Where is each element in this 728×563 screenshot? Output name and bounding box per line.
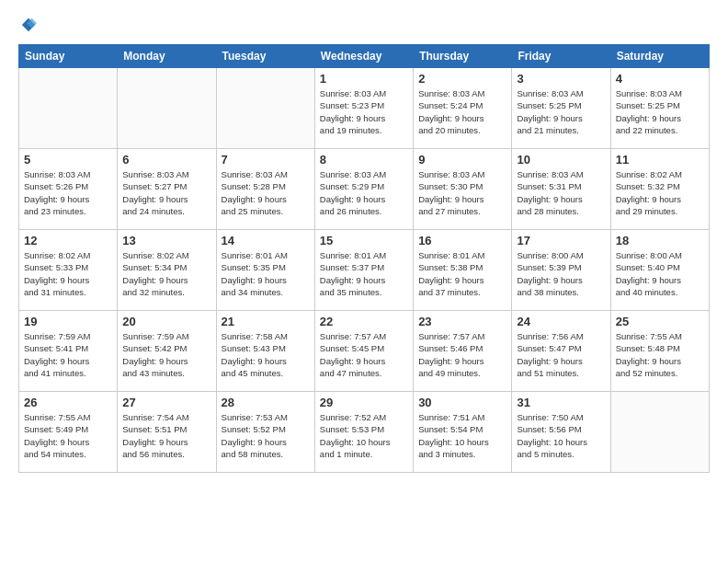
calendar-week-row: 19Sunrise: 7:59 AM Sunset: 5:41 PM Dayli… — [19, 311, 710, 392]
calendar-day-cell: 16Sunrise: 8:01 AM Sunset: 5:38 PM Dayli… — [414, 230, 512, 311]
day-info: Sunrise: 8:03 AM Sunset: 5:28 PM Dayligh… — [222, 168, 310, 217]
calendar-day-cell: 31Sunrise: 7:50 AM Sunset: 5:56 PM Dayli… — [512, 392, 610, 473]
day-of-week-header: Saturday — [610, 45, 709, 68]
day-info: Sunrise: 7:51 AM Sunset: 5:54 PM Dayligh… — [418, 411, 506, 460]
calendar-header-row: SundayMondayTuesdayWednesdayThursdayFrid… — [19, 45, 710, 68]
calendar-day-cell: 11Sunrise: 8:02 AM Sunset: 5:32 PM Dayli… — [610, 149, 709, 230]
day-number: 18 — [616, 234, 704, 247]
day-number: 29 — [320, 396, 408, 409]
day-of-week-header: Friday — [512, 45, 610, 68]
day-info: Sunrise: 8:01 AM Sunset: 5:37 PM Dayligh… — [320, 249, 408, 298]
day-number: 5 — [24, 153, 112, 167]
day-number: 26 — [24, 396, 112, 409]
calendar-day-cell: 27Sunrise: 7:54 AM Sunset: 5:51 PM Dayli… — [118, 392, 216, 473]
day-info: Sunrise: 8:01 AM Sunset: 5:38 PM Dayligh… — [418, 249, 506, 298]
day-number: 12 — [24, 234, 112, 247]
calendar-table: SundayMondayTuesdayWednesdayThursdayFrid… — [18, 44, 710, 473]
day-number: 14 — [222, 234, 310, 247]
calendar-day-cell: 22Sunrise: 7:57 AM Sunset: 5:45 PM Dayli… — [314, 311, 413, 392]
day-info: Sunrise: 7:57 AM Sunset: 5:45 PM Dayligh… — [320, 330, 408, 379]
day-number: 25 — [616, 315, 704, 328]
day-number: 23 — [418, 315, 506, 328]
calendar-day-cell: 5Sunrise: 8:03 AM Sunset: 5:26 PM Daylig… — [19, 149, 118, 230]
calendar-day-cell: 25Sunrise: 7:55 AM Sunset: 5:48 PM Dayli… — [610, 311, 709, 392]
day-number: 4 — [616, 72, 704, 86]
calendar-day-cell: 15Sunrise: 8:01 AM Sunset: 5:37 PM Dayli… — [314, 230, 413, 311]
calendar-week-row: 1Sunrise: 8:03 AM Sunset: 5:23 PM Daylig… — [19, 68, 710, 149]
calendar-day-cell: 6Sunrise: 8:03 AM Sunset: 5:27 PM Daylig… — [118, 149, 216, 230]
day-info: Sunrise: 8:03 AM Sunset: 5:25 PM Dayligh… — [616, 87, 704, 136]
day-info: Sunrise: 8:03 AM Sunset: 5:26 PM Dayligh… — [24, 168, 112, 217]
calendar-day-cell — [216, 68, 314, 149]
day-info: Sunrise: 8:00 AM Sunset: 5:40 PM Dayligh… — [616, 249, 704, 298]
day-info: Sunrise: 7:57 AM Sunset: 5:46 PM Dayligh… — [418, 330, 506, 379]
day-number: 6 — [122, 153, 210, 167]
calendar-week-row: 12Sunrise: 8:02 AM Sunset: 5:33 PM Dayli… — [19, 230, 710, 311]
day-info: Sunrise: 7:59 AM Sunset: 5:42 PM Dayligh… — [122, 330, 210, 379]
day-number: 7 — [222, 153, 310, 167]
day-info: Sunrise: 7:56 AM Sunset: 5:47 PM Dayligh… — [517, 330, 605, 379]
calendar-day-cell: 20Sunrise: 7:59 AM Sunset: 5:42 PM Dayli… — [118, 311, 216, 392]
day-info: Sunrise: 8:01 AM Sunset: 5:35 PM Dayligh… — [222, 249, 310, 298]
day-number: 22 — [320, 315, 408, 328]
calendar-day-cell: 21Sunrise: 7:58 AM Sunset: 5:43 PM Dayli… — [216, 311, 314, 392]
calendar-day-cell: 13Sunrise: 8:02 AM Sunset: 5:34 PM Dayli… — [118, 230, 216, 311]
day-number: 3 — [517, 72, 605, 86]
day-info: Sunrise: 8:02 AM Sunset: 5:33 PM Dayligh… — [24, 249, 112, 298]
day-number: 16 — [418, 234, 506, 247]
calendar-day-cell — [118, 68, 216, 149]
day-number: 17 — [517, 234, 605, 247]
day-of-week-header: Monday — [118, 45, 216, 68]
day-number: 10 — [517, 153, 605, 167]
day-info: Sunrise: 7:53 AM Sunset: 5:52 PM Dayligh… — [222, 411, 310, 460]
day-info: Sunrise: 7:55 AM Sunset: 5:48 PM Dayligh… — [616, 330, 704, 379]
day-number: 8 — [320, 153, 408, 167]
day-info: Sunrise: 8:03 AM Sunset: 5:31 PM Dayligh… — [517, 168, 605, 217]
day-info: Sunrise: 7:54 AM Sunset: 5:51 PM Dayligh… — [122, 411, 210, 460]
day-info: Sunrise: 8:00 AM Sunset: 5:39 PM Dayligh… — [517, 249, 605, 298]
day-number: 21 — [222, 315, 310, 328]
calendar-day-cell: 10Sunrise: 8:03 AM Sunset: 5:31 PM Dayli… — [512, 149, 610, 230]
page: SundayMondayTuesdayWednesdayThursdayFrid… — [0, 0, 728, 489]
day-info: Sunrise: 7:55 AM Sunset: 5:49 PM Dayligh… — [24, 411, 112, 460]
day-info: Sunrise: 7:59 AM Sunset: 5:41 PM Dayligh… — [24, 330, 112, 379]
calendar-day-cell — [610, 392, 709, 473]
day-number: 31 — [517, 396, 605, 409]
day-info: Sunrise: 8:03 AM Sunset: 5:27 PM Dayligh… — [122, 168, 210, 217]
calendar-day-cell: 19Sunrise: 7:59 AM Sunset: 5:41 PM Dayli… — [19, 311, 118, 392]
calendar-day-cell: 28Sunrise: 7:53 AM Sunset: 5:52 PM Dayli… — [216, 392, 314, 473]
calendar-day-cell: 29Sunrise: 7:52 AM Sunset: 5:53 PM Dayli… — [314, 392, 413, 473]
calendar-day-cell: 4Sunrise: 8:03 AM Sunset: 5:25 PM Daylig… — [610, 68, 709, 149]
day-info: Sunrise: 8:03 AM Sunset: 5:23 PM Dayligh… — [320, 87, 408, 136]
calendar-day-cell: 23Sunrise: 7:57 AM Sunset: 5:46 PM Dayli… — [414, 311, 512, 392]
day-of-week-header: Sunday — [19, 45, 118, 68]
calendar-day-cell: 7Sunrise: 8:03 AM Sunset: 5:28 PM Daylig… — [216, 149, 314, 230]
calendar-day-cell: 26Sunrise: 7:55 AM Sunset: 5:49 PM Dayli… — [19, 392, 118, 473]
calendar-day-cell: 12Sunrise: 8:02 AM Sunset: 5:33 PM Dayli… — [19, 230, 118, 311]
day-number: 1 — [320, 72, 408, 86]
day-of-week-header: Thursday — [414, 45, 512, 68]
calendar-day-cell: 24Sunrise: 7:56 AM Sunset: 5:47 PM Dayli… — [512, 311, 610, 392]
day-number: 19 — [24, 315, 112, 328]
day-number: 20 — [122, 315, 210, 328]
calendar-day-cell: 9Sunrise: 8:03 AM Sunset: 5:30 PM Daylig… — [414, 149, 512, 230]
calendar-day-cell: 18Sunrise: 8:00 AM Sunset: 5:40 PM Dayli… — [610, 230, 709, 311]
day-number: 13 — [122, 234, 210, 247]
calendar-week-row: 5Sunrise: 8:03 AM Sunset: 5:26 PM Daylig… — [19, 149, 710, 230]
day-info: Sunrise: 8:02 AM Sunset: 5:32 PM Dayligh… — [616, 168, 704, 217]
day-number: 11 — [616, 153, 704, 167]
calendar-day-cell: 30Sunrise: 7:51 AM Sunset: 5:54 PM Dayli… — [414, 392, 512, 473]
day-info: Sunrise: 7:50 AM Sunset: 5:56 PM Dayligh… — [517, 411, 605, 460]
day-of-week-header: Wednesday — [314, 45, 413, 68]
calendar-day-cell: 2Sunrise: 8:03 AM Sunset: 5:24 PM Daylig… — [414, 68, 512, 149]
calendar-day-cell: 8Sunrise: 8:03 AM Sunset: 5:29 PM Daylig… — [314, 149, 413, 230]
day-number: 24 — [517, 315, 605, 328]
logo-icon — [20, 17, 37, 33]
day-number: 30 — [418, 396, 506, 409]
day-info: Sunrise: 8:03 AM Sunset: 5:25 PM Dayligh… — [517, 87, 605, 136]
day-number: 28 — [222, 396, 310, 409]
calendar-day-cell — [19, 68, 118, 149]
day-info: Sunrise: 8:03 AM Sunset: 5:24 PM Dayligh… — [418, 87, 506, 136]
calendar-day-cell: 1Sunrise: 8:03 AM Sunset: 5:23 PM Daylig… — [314, 68, 413, 149]
day-of-week-header: Tuesday — [216, 45, 314, 68]
